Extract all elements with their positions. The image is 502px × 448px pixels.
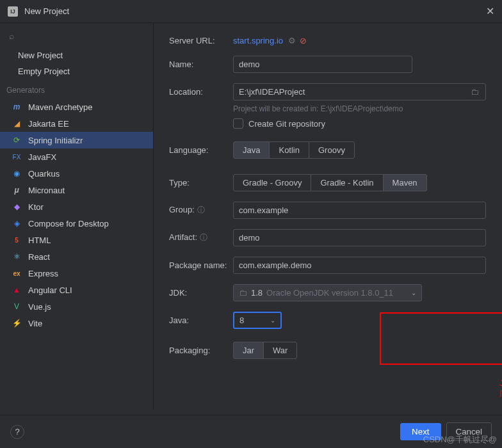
- location-label: Location:: [169, 87, 233, 97]
- form-panel: Server URL: start.spring.io ⚙ ⊘ Name: Lo…: [154, 23, 502, 410]
- package-input[interactable]: [233, 257, 486, 274]
- sidebar-item-generator[interactable]: ▲Angular CLI: [0, 282, 153, 298]
- chevron-down-icon: ⌄: [411, 289, 416, 296]
- help-icon[interactable]: ⓘ: [200, 233, 207, 242]
- server-url-label: Server URL:: [169, 36, 233, 45]
- segment-option[interactable]: Groovy: [309, 141, 355, 159]
- compose-icon: ◈: [12, 218, 22, 228]
- search-input[interactable]: ⌕: [0, 28, 153, 47]
- help-icon[interactable]: ⓘ: [197, 205, 205, 214]
- artifact-label: Artifact:ⓘ: [169, 232, 233, 243]
- segment-option[interactable]: Kotlin: [269, 141, 309, 159]
- window-title: New Project: [24, 6, 486, 16]
- generators-header: Generators: [0, 79, 153, 99]
- git-checkbox-label: Create Git repository: [248, 119, 325, 129]
- vite-icon: ⚡: [12, 318, 22, 328]
- sidebar-item-label: Compose for Desktop: [28, 219, 109, 228]
- vue-icon: V: [12, 301, 22, 312]
- sidebar-item-generator[interactable]: ◉Quarkus: [0, 165, 153, 182]
- micronaut-icon: μ: [12, 185, 22, 195]
- java-dropdown[interactable]: 8 ⌄: [233, 312, 282, 329]
- ktor-icon: ◆: [12, 202, 22, 212]
- type-segmented: Gradle - GroovyGradle - KotlinMaven: [233, 174, 427, 191]
- sidebar-item-generator[interactable]: 5HTML: [0, 232, 153, 248]
- html-icon: 5: [12, 235, 22, 245]
- search-icon: ⌕: [9, 31, 14, 41]
- sidebar-item-generator[interactable]: ◆Ktor: [0, 198, 153, 215]
- angular-icon: ▲: [12, 285, 22, 295]
- sidebar-item-generator[interactable]: exExpress: [0, 265, 153, 282]
- sidebar-item-label: Ktor: [28, 202, 44, 212]
- sidebar-item-label: Spring Initializr: [28, 136, 83, 145]
- express-icon: ex: [12, 268, 22, 278]
- server-url-link[interactable]: start.spring.io: [233, 36, 283, 45]
- sidebar-item-label: Jakarta EE: [28, 119, 69, 129]
- titlebar: IJ New Project ✕: [0, 0, 502, 23]
- name-label: Name:: [169, 60, 233, 69]
- jdk-label: JDK:: [169, 288, 233, 298]
- sidebar-item-label: Quarkus: [28, 169, 60, 179]
- segment-option[interactable]: Maven: [383, 174, 427, 191]
- sidebar-item[interactable]: New Project: [0, 47, 153, 63]
- gear-icon[interactable]: ⚙: [288, 36, 296, 45]
- sidebar-item-label: Vue.js: [28, 302, 51, 312]
- sidebar-item-label: React: [28, 252, 50, 262]
- watermark: CSDN@千帆过尽@: [423, 434, 497, 445]
- artifact-input[interactable]: [233, 229, 486, 246]
- segment-option[interactable]: Java: [233, 141, 270, 159]
- react-icon: ⚛: [12, 252, 22, 262]
- java-label: Java:: [169, 316, 233, 325]
- sidebar-item-generator[interactable]: ◢Jakarta EE: [0, 115, 153, 132]
- packaging-segmented: JarWar: [233, 342, 297, 359]
- jdk-dropdown[interactable]: 🗀 1.8 Oracle OpenJDK version 1.8.0_11 ⌄: [233, 284, 422, 301]
- sidebar-item-generator[interactable]: ◈Compose for Desktop: [0, 215, 153, 232]
- chevron-down-icon: ⌄: [270, 317, 275, 324]
- sidebar-item-label: Express: [28, 269, 58, 278]
- group-label: Group:ⓘ: [169, 205, 233, 216]
- sidebar-item-label: Angular CLI: [28, 285, 72, 295]
- sidebar-item-label: Vite: [28, 319, 42, 328]
- warning-icon: ⊘: [300, 36, 307, 45]
- sidebar-item[interactable]: Empty Project: [0, 63, 153, 79]
- language-segmented: JavaKotlinGroovy: [233, 141, 355, 159]
- name-input[interactable]: [233, 56, 412, 73]
- sidebar-item-generator[interactable]: VVue.js: [0, 298, 153, 315]
- segment-option[interactable]: War: [263, 342, 297, 359]
- segment-option[interactable]: Gradle - Groovy: [233, 174, 311, 191]
- packaging-label: Packaging:: [169, 346, 233, 355]
- app-icon: IJ: [8, 6, 18, 17]
- git-checkbox[interactable]: [233, 118, 243, 129]
- sidebar-item-generator[interactable]: μMicronaut: [0, 182, 153, 198]
- quarkus-icon: ◉: [12, 168, 22, 179]
- help-button[interactable]: ?: [10, 425, 24, 439]
- sidebar-item-generator[interactable]: mMaven Archetype: [0, 99, 153, 115]
- group-input[interactable]: [233, 202, 486, 219]
- language-label: Language:: [169, 145, 233, 155]
- annotation-java: Java版本: [499, 378, 502, 399]
- sidebar: ⌕ New ProjectEmpty Project Generators mM…: [0, 23, 154, 410]
- close-icon[interactable]: ✕: [486, 5, 494, 17]
- sidebar-item-generator[interactable]: ⚛React: [0, 248, 153, 265]
- segment-option[interactable]: Gradle - Kotlin: [311, 174, 383, 191]
- location-input[interactable]: [234, 84, 471, 100]
- maven-icon: m: [12, 102, 22, 112]
- sidebar-item-label: HTML: [28, 236, 51, 245]
- sidebar-item-label: Micronaut: [28, 186, 65, 195]
- sidebar-item-label: Maven Archetype: [28, 102, 92, 112]
- location-hint: Project will be created in: E:\jxf\IDEAP…: [233, 104, 487, 113]
- jakarta-icon: ◢: [12, 118, 22, 129]
- segment-option[interactable]: Jar: [233, 342, 264, 359]
- jdk-folder-icon: 🗀: [239, 288, 247, 298]
- sidebar-item-generator[interactable]: ⚡Vite: [0, 315, 153, 332]
- spring-icon: ⟳: [12, 135, 22, 145]
- javafx-icon: FX: [12, 152, 22, 162]
- sidebar-item-generator[interactable]: FXJavaFX: [0, 148, 153, 165]
- type-label: Type:: [169, 178, 233, 188]
- sidebar-item-generator[interactable]: ⟳Spring Initializr: [0, 132, 153, 148]
- sidebar-item-label: JavaFX: [28, 152, 56, 162]
- package-label: Package name:: [169, 260, 233, 270]
- folder-icon[interactable]: 🗀: [471, 87, 479, 97]
